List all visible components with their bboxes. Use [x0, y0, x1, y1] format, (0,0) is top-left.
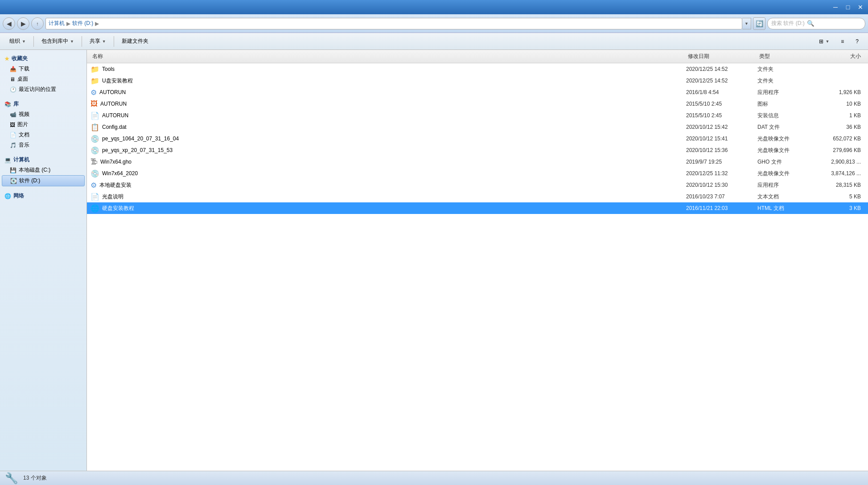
sidebar-item-documents[interactable]: 📄 文档: [2, 130, 85, 140]
file-name: 硬盘安装教程: [102, 205, 134, 212]
file-type: 光盘映像文件: [757, 135, 815, 143]
network-icon: 🌐: [4, 193, 11, 199]
search-input[interactable]: 搜索 软件 (D:) 🔍: [767, 18, 865, 29]
favorites-label: 收藏夹: [12, 55, 28, 62]
file-type: 图标: [757, 100, 815, 108]
share-button[interactable]: 共享 ▼: [85, 35, 111, 48]
search-button[interactable]: 🔍: [805, 18, 817, 29]
refresh-button[interactable]: 🔄: [753, 17, 765, 30]
col-date[interactable]: 修改日期: [686, 52, 757, 61]
breadcrumb-computer[interactable]: 计算机: [49, 20, 65, 27]
include-library-dropdown-icon: ▼: [70, 39, 74, 44]
file-list-header: 名称 修改日期 类型 大小: [87, 50, 868, 63]
toolbar-separator-3: [114, 36, 114, 47]
share-label: 共享: [90, 37, 100, 45]
table-row[interactable]: 💿 pe_yqs_xp_20_07_31_15_53 2020/10/12 15…: [87, 144, 868, 156]
sidebar-item-pictures[interactable]: 🖼 图片: [2, 119, 85, 130]
sidebar-item-downloads[interactable]: 📥 下载: [2, 64, 85, 74]
sidebar-header-library[interactable]: 📚 库: [2, 99, 85, 109]
library-icon: 📚: [4, 101, 11, 107]
file-name-cell: 🌐 硬盘安装教程: [91, 204, 686, 213]
sidebar: ★ 收藏夹 📥 下载 🖥 桌面 🕐 最近访问的位置 📚 库: [0, 50, 87, 471]
table-row[interactable]: 📁 U盘安装教程 2020/12/25 14:52 文件夹: [87, 75, 868, 86]
sidebar-item-music[interactable]: 🎵 音乐: [2, 140, 85, 150]
include-library-button[interactable]: 包含到库中 ▼: [37, 35, 79, 48]
file-name: AUTORUN: [99, 89, 126, 95]
sidebar-header-network[interactable]: 🌐 网络: [2, 191, 85, 201]
file-size: 3 KB: [815, 205, 864, 211]
file-type: 光盘映像文件: [757, 147, 815, 154]
file-size: 1 KB: [815, 112, 864, 119]
table-row[interactable]: 💿 Win7x64_2020 2020/12/25 11:32 光盘映像文件 3…: [87, 168, 868, 179]
back-button[interactable]: ◀: [3, 17, 15, 30]
d-drive-label: 软件 (D:): [19, 177, 40, 185]
file-date: 2020/10/12 15:30: [686, 182, 757, 188]
sidebar-item-video[interactable]: 📹 视频: [2, 109, 85, 119]
sidebar-header-favorites[interactable]: ★ 收藏夹: [2, 53, 85, 64]
help-button[interactable]: ?: [851, 35, 864, 48]
recent-icon: 🕐: [10, 86, 16, 93]
new-folder-button[interactable]: 新建文件夹: [117, 35, 153, 48]
view-dropdown-icon: ▼: [825, 39, 829, 44]
file-size: 3,874,126 ...: [815, 170, 864, 177]
col-name[interactable]: 名称: [91, 52, 686, 61]
file-icon: 🖼: [91, 100, 98, 108]
table-row[interactable]: 🖼 AUTORUN 2015/5/10 2:45 图标 10 KB: [87, 98, 868, 110]
table-row[interactable]: 📁 Tools 2020/12/25 14:52 文件夹: [87, 63, 868, 75]
table-row[interactable]: 🗜 Win7x64.gho 2019/9/7 19:25 GHO 文件 2,90…: [87, 156, 868, 168]
desktop-label: 桌面: [17, 75, 28, 83]
file-icon: 📄: [91, 111, 99, 120]
breadcrumb-dropdown[interactable]: ▼: [742, 18, 751, 29]
sidebar-item-recent[interactable]: 🕐 最近访问的位置: [2, 84, 85, 95]
view-toggle-button[interactable]: ⊞ ▼: [814, 35, 834, 48]
organize-button[interactable]: 组织 ▼: [4, 35, 31, 48]
sidebar-item-desktop[interactable]: 🖥 桌面: [2, 74, 85, 84]
file-name: pe_yqs_xp_20_07_31_15_53: [102, 147, 173, 153]
file-area: 名称 修改日期 类型 大小 📁 Tools 2020/12/25 14:52 文…: [87, 50, 868, 471]
file-name: Win7x64_2020: [102, 170, 138, 177]
table-row[interactable]: ⚙ AUTORUN 2016/1/8 4:54 应用程序 1,926 KB: [87, 86, 868, 98]
file-name: U盘安装教程: [102, 77, 133, 85]
table-row[interactable]: 📄 光盘说明 2016/10/23 7:07 文本文档 5 KB: [87, 191, 868, 202]
file-icon: 💿: [91, 135, 99, 143]
minimize-button[interactable]: ─: [830, 2, 841, 12]
table-row[interactable]: 💿 pe_yqs_1064_20_07_31_16_04 2020/10/12 …: [87, 133, 868, 144]
up-button[interactable]: ↑: [31, 17, 44, 30]
file-date: 2020/10/12 15:41: [686, 136, 757, 142]
status-bar: 🔧 13 个对象: [0, 471, 868, 485]
file-name-cell: 💿 Win7x64_2020: [91, 169, 686, 178]
downloads-icon: 📥: [10, 66, 16, 72]
file-icon: ⚙: [91, 181, 97, 189]
favorites-icon: ★: [4, 56, 9, 62]
pictures-label: 图片: [17, 121, 28, 128]
col-type[interactable]: 类型: [757, 52, 815, 61]
file-icon: ⚙: [91, 88, 97, 97]
file-type: 应用程序: [757, 89, 815, 96]
file-size: 5 KB: [815, 193, 864, 200]
file-size: 1,926 KB: [815, 89, 864, 95]
maximize-button[interactable]: □: [842, 2, 854, 12]
file-type: DAT 文件: [757, 123, 815, 131]
main-layout: ★ 收藏夹 📥 下载 🖥 桌面 🕐 最近访问的位置 📚 库: [0, 50, 868, 471]
video-icon: 📹: [10, 111, 16, 118]
file-name-cell: 📄 光盘说明: [91, 193, 686, 201]
file-icon: 💿: [91, 146, 99, 155]
sidebar-header-computer[interactable]: 💻 计算机: [2, 155, 85, 165]
sidebar-item-c-drive[interactable]: 💾 本地磁盘 (C:): [2, 165, 85, 175]
col-size[interactable]: 大小: [815, 52, 864, 61]
table-row[interactable]: 🌐 硬盘安装教程 2016/11/21 22:03 HTML 文档 3 KB: [87, 202, 868, 214]
file-name: 本地硬盘安装: [99, 181, 132, 189]
breadcrumb-drive[interactable]: 软件 (D:): [72, 20, 93, 27]
recent-label: 最近访问的位置: [19, 86, 56, 93]
table-row[interactable]: 📋 Config.dat 2020/10/12 15:42 DAT 文件 36 …: [87, 121, 868, 133]
details-view-button[interactable]: ≡: [836, 35, 849, 48]
file-name-cell: 📄 AUTORUN: [91, 111, 686, 120]
table-row[interactable]: ⚙ 本地硬盘安装 2020/10/12 15:30 应用程序 28,315 KB: [87, 179, 868, 191]
file-icon: 🗜: [91, 158, 98, 166]
forward-button[interactable]: ▶: [17, 17, 29, 30]
close-button[interactable]: ✕: [855, 2, 866, 12]
toolbar-right: ⊞ ▼ ≡ ?: [814, 35, 864, 48]
table-row[interactable]: 📄 AUTORUN 2015/5/10 2:45 安装信息 1 KB: [87, 110, 868, 121]
file-name-cell: 📋 Config.dat: [91, 123, 686, 132]
sidebar-item-d-drive[interactable]: 💽 软件 (D:): [2, 175, 85, 186]
